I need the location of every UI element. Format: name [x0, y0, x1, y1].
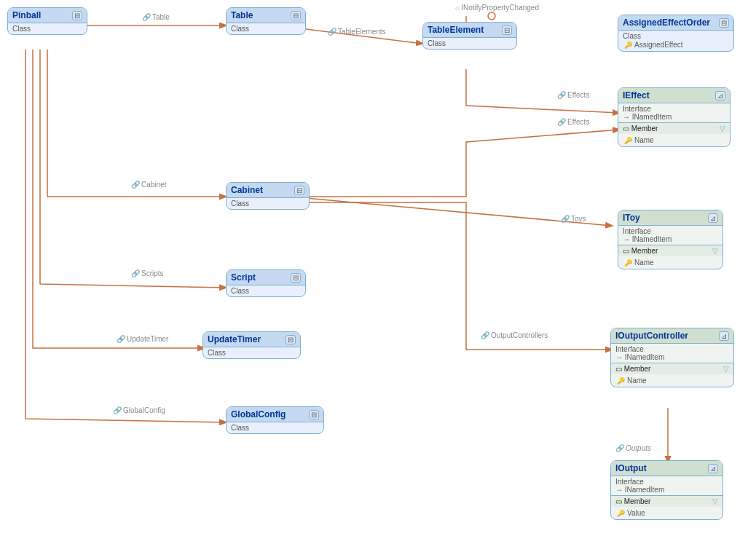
ieffect-body: Interface → INamedItem	[618, 103, 730, 122]
ieffect-collapse[interactable]: ⊿	[715, 91, 725, 100]
label-effects2: 🔗Effects	[557, 118, 589, 126]
label-globalconfig: 🔗GlobalConfig	[113, 406, 165, 414]
itoy-body: Interface → INamedItem	[618, 226, 723, 245]
table-name: Table	[231, 10, 253, 20]
table-collapse[interactable]: ⊟	[291, 11, 301, 20]
label-toys: 🔗Toys	[561, 215, 586, 223]
cabinet-collapse[interactable]: ⊟	[294, 186, 304, 195]
ieffect-member-section: ▭ Member ▽	[618, 122, 730, 134]
ioutputcontroller-collapse[interactable]: ⊿	[719, 331, 729, 341]
globalconfig-class-box: GlobalConfig ⊟ Class	[226, 406, 324, 434]
itoy-member-icon: 🔑	[624, 259, 632, 267]
pinball-name: Pinball	[12, 10, 41, 20]
label-tableElements: 🔗TableElements	[328, 28, 386, 36]
globalconfig-header: GlobalConfig ⊟	[227, 407, 323, 422]
updatetimer-name: UpdateTimer	[208, 334, 261, 344]
ioutputcontroller-interface-box: IOutputController ⊿ Interface → INamedIt…	[610, 328, 734, 387]
pinball-body: Class	[8, 23, 87, 34]
ioutput-header: IOutput ⊿	[611, 461, 723, 476]
globalconfig-name: GlobalConfig	[231, 409, 286, 419]
ioutputcontroller-body: Interface → INamedItem	[611, 344, 733, 363]
cabinet-name: Cabinet	[231, 185, 263, 195]
diagram: 🔗Table 🔗TableElements ○ INotifyPropertyC…	[0, 0, 748, 560]
script-body: Class	[227, 285, 305, 296]
assignedeffectorder-body: Class 🔑 AssignedEffect	[618, 31, 733, 51]
ioutputcontroller-member-icon: 🔑	[617, 377, 625, 384]
tableelement-name: TableElement	[428, 25, 484, 35]
tableelement-header: TableElement ⊟	[423, 23, 516, 38]
tableelement-collapse[interactable]: ⊟	[502, 25, 512, 35]
assignedeffectorder-collapse[interactable]: ⊟	[719, 18, 729, 28]
label-scripts: 🔗Scripts	[131, 269, 164, 277]
ioutputcontroller-header: IOutputController ⊿	[611, 328, 733, 344]
label-inotify: ○ INotifyPropertyChanged	[455, 4, 539, 12]
updatetimer-body: Class	[203, 347, 300, 358]
updatetimer-header: UpdateTimer ⊟	[203, 332, 300, 347]
ioutputcontroller-member: 🔑 Name	[611, 374, 733, 387]
ieffect-member-icon: 🔑	[624, 137, 632, 144]
tableelement-body: Class	[423, 38, 516, 49]
pinball-collapse[interactable]: ⊟	[72, 11, 82, 20]
itoy-filter-icon: ▽	[712, 247, 718, 255]
ioutput-collapse[interactable]: ⊿	[708, 464, 718, 473]
script-header: Script ⊟	[227, 270, 305, 285]
label-effects1: 🔗Effects	[557, 91, 589, 99]
ioutput-filter-icon: ▽	[712, 497, 718, 505]
ieffect-member: 🔑 Name	[618, 134, 730, 146]
itoy-name: IToy	[623, 213, 640, 223]
script-collapse[interactable]: ⊟	[291, 273, 301, 283]
ieffect-header: IEffect ⊿	[618, 88, 730, 103]
updatetimer-class-box: UpdateTimer ⊟ Class	[202, 331, 301, 359]
updatetimer-collapse[interactable]: ⊟	[286, 335, 296, 344]
ioutputcontroller-name: IOutputController	[615, 331, 688, 341]
ioutput-body: Interface → INamedItem	[611, 476, 723, 495]
label-cabinet: 🔗Cabinet	[131, 181, 166, 189]
globalconfig-body: Class	[227, 422, 323, 433]
ioutput-member: 🔑 Value	[611, 507, 723, 519]
assignedeffectorder-name: AssignedEffectOrder	[623, 17, 710, 28]
globalconfig-collapse[interactable]: ⊟	[309, 410, 319, 419]
itoy-interface-box: IToy ⊿ Interface → INamedItem ▭ Member ▽…	[618, 210, 723, 269]
table-header: Table ⊟	[227, 8, 305, 23]
itoy-header: IToy ⊿	[618, 210, 723, 226]
ioutput-member-section: ▭ Member ▽	[611, 495, 723, 507]
assignedeffectorder-header: AssignedEffectOrder ⊟	[618, 15, 733, 31]
label-updatetimer: 🔗UpdateTimer	[117, 335, 168, 343]
cabinet-body: Class	[227, 198, 309, 209]
script-name: Script	[231, 272, 256, 283]
ioutputcontroller-filter-icon: ▽	[723, 365, 729, 373]
assignedeffect-label: AssignedEffect	[634, 41, 683, 49]
assignedeffectorder-class-box: AssignedEffectOrder ⊟ Class 🔑 AssignedEf…	[618, 15, 734, 52]
ioutput-name: IOutput	[615, 463, 647, 473]
pinball-header: Pinball ⊟	[8, 8, 87, 23]
cabinet-header: Cabinet ⊟	[227, 183, 309, 198]
pinball-class-box: Pinball ⊟ Class	[7, 7, 87, 35]
label-outputs: 🔗Outputs	[615, 444, 651, 452]
table-body: Class	[227, 23, 305, 34]
label-table: 🔗Table	[142, 13, 170, 21]
ioutputcontroller-member-section: ▭ Member ▽	[611, 363, 733, 374]
assignedeffect-icon: 🔑	[624, 42, 632, 49]
svg-point-3	[488, 12, 495, 20]
itoy-member-section: ▭ Member ▽	[618, 245, 723, 256]
ieffect-name: IEffect	[623, 90, 650, 100]
ieffect-interface-box: IEffect ⊿ Interface → INamedItem ▭ Membe…	[618, 87, 731, 147]
table-class-box: Table ⊟ Class	[226, 7, 306, 35]
ieffect-filter-icon: ▽	[720, 125, 725, 133]
label-outputcontrollers: 🔗OutputControllers	[481, 331, 548, 339]
ioutput-member-icon: 🔑	[617, 510, 625, 517]
itoy-member: 🔑 Name	[618, 256, 723, 269]
ioutput-interface-box: IOutput ⊿ Interface → INamedItem ▭ Membe…	[610, 460, 723, 520]
script-class-box: Script ⊟ Class	[226, 269, 306, 297]
tableelement-class-box: TableElement ⊟ Class	[422, 22, 517, 50]
cabinet-class-box: Cabinet ⊟ Class	[226, 182, 310, 210]
itoy-collapse[interactable]: ⊿	[708, 213, 718, 223]
